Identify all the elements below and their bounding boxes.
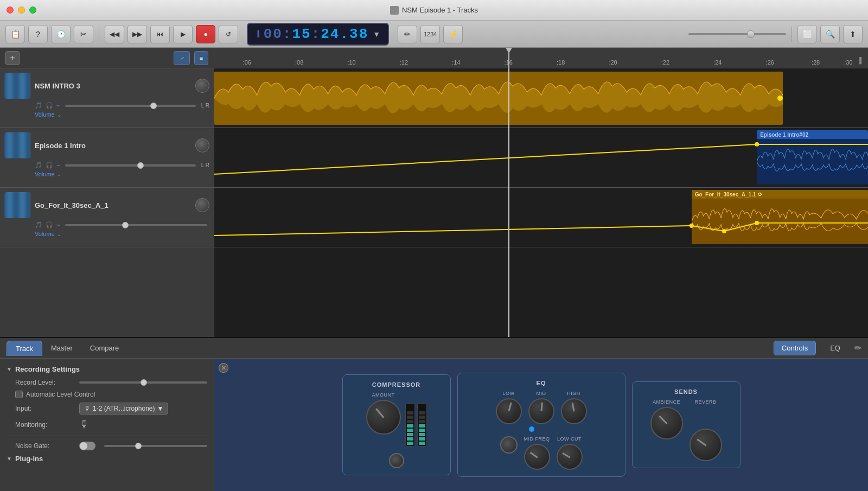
- title-label: NSM Episode 1 - Tracks: [402, 6, 478, 14]
- eq-low-jack[interactable]: [500, 436, 518, 454]
- waveform-block-1[interactable]: // Generate waveform bars: [214, 72, 783, 125]
- share-button[interactable]: ⬆: [843, 25, 863, 43]
- eq-midfreq-knob[interactable]: [524, 444, 550, 470]
- loop-button[interactable]: ↺: [219, 25, 238, 43]
- eq-mid-knob[interactable]: [528, 398, 554, 424]
- track-headphone-btn-2[interactable]: 🎧: [46, 162, 53, 169]
- collapse-icon[interactable]: ▼: [7, 366, 12, 372]
- ambience-knob[interactable]: [650, 407, 683, 439]
- vu-seg-1: [407, 411, 413, 415]
- track-fader-thumb-2[interactable]: [137, 162, 144, 169]
- noise-gate-row: Noise Gate:: [7, 442, 207, 450]
- track-knob-2[interactable]: [195, 138, 209, 152]
- record-button[interactable]: ●: [196, 25, 215, 43]
- waveform-row-2[interactable]: Episode 1 Intro#02: [214, 128, 868, 188]
- notes-button[interactable]: 📋: [5, 25, 25, 43]
- vu-seg-14: [419, 433, 425, 436]
- track-mute-btn-1[interactable]: 🎵: [35, 102, 42, 109]
- track-fader-thumb-1[interactable]: [150, 103, 157, 109]
- noise-gate-toggle[interactable]: [79, 442, 95, 450]
- add-track-button[interactable]: +: [5, 51, 20, 65]
- volume-slider[interactable]: [688, 33, 786, 35]
- close-button[interactable]: [7, 7, 14, 14]
- track-label-arrow-3[interactable]: ⌄: [57, 231, 61, 237]
- effects-panel: ✕ ✕ COMPRESSOR AMOUNT: [214, 359, 868, 491]
- track-filter-tool[interactable]: ≡: [194, 51, 208, 65]
- scissors-button[interactable]: ✂: [74, 25, 93, 43]
- rewind-button[interactable]: ◀◀: [105, 25, 124, 43]
- export-button[interactable]: ⬜: [797, 25, 817, 43]
- track-mute-btn-3[interactable]: 🎵: [35, 221, 42, 228]
- search-button[interactable]: 🔍: [820, 25, 840, 43]
- track-fader-1[interactable]: [65, 105, 195, 107]
- fast-forward-button[interactable]: ▶▶: [127, 25, 147, 43]
- track-fader-3[interactable]: [65, 224, 207, 226]
- eq-low-extras: [529, 426, 554, 432]
- track-headphone-btn-3[interactable]: 🎧: [46, 221, 53, 228]
- tab-compare[interactable]: Compare: [81, 341, 127, 355]
- play-button[interactable]: ▶: [173, 25, 193, 43]
- track-label-3[interactable]: Volume: [35, 231, 55, 237]
- record-level-thumb[interactable]: [141, 379, 147, 386]
- tab-master[interactable]: Master: [42, 341, 81, 355]
- sends-reverb-section: REVERB: [690, 399, 722, 461]
- eq-midfreq-section: MID FREQ: [524, 436, 550, 470]
- input-dropdown[interactable]: 🎙 1-2 (ATR...icrophone) ▼: [79, 403, 168, 415]
- clock-button[interactable]: 🕐: [51, 25, 71, 43]
- eq-high-knob[interactable]: [561, 398, 587, 424]
- track-label-arrow-2[interactable]: ⌄: [57, 171, 61, 177]
- sends-unit: SENDS AMBIENCE REVERB: [632, 381, 741, 468]
- track-knob-1[interactable]: [195, 79, 209, 93]
- track-automation-btn-2[interactable]: ~: [56, 162, 60, 169]
- waveform-row-1[interactable]: // Generate waveform bars: [214, 68, 868, 128]
- lower-right-tabs: Controls EQ ✏: [774, 341, 861, 355]
- track-label-row-2: Volume ⌄: [35, 171, 209, 177]
- noise-gate-slider-thumb[interactable]: [135, 443, 142, 449]
- tab-eq[interactable]: EQ: [822, 341, 848, 355]
- tab-track[interactable]: Track: [7, 341, 42, 356]
- minimize-button[interactable]: [18, 7, 25, 14]
- compressor-jack[interactable]: [389, 453, 404, 468]
- volume-thumb[interactable]: [747, 30, 755, 38]
- vu-seg-4: [407, 424, 413, 428]
- track-label-2[interactable]: Volume: [35, 171, 55, 177]
- help-button[interactable]: ?: [28, 25, 48, 43]
- tab-controls[interactable]: Controls: [774, 341, 816, 355]
- track-fader-2[interactable]: [65, 164, 195, 167]
- eq-midfreq-indicator: [529, 452, 538, 458]
- fx-close-button-right[interactable]: ✕: [219, 363, 228, 373]
- track-label-1[interactable]: Volume: [35, 111, 55, 118]
- shortcuts-button[interactable]: 1234: [420, 25, 440, 43]
- eq-lowcut-knob[interactable]: [557, 444, 583, 470]
- track-headphone-btn-1[interactable]: 🎧: [46, 102, 53, 109]
- eq-low-knob[interactable]: [496, 398, 522, 424]
- noise-gate-slider[interactable]: [104, 445, 207, 447]
- tracks-container: NSM INTRO 3 🎵 🎧 ~ L R: [0, 68, 868, 337]
- timecode-expand-icon[interactable]: ▼: [373, 30, 380, 39]
- track-label-arrow-1[interactable]: ⌄: [57, 112, 61, 118]
- waveform-row-3[interactable]: Go_For_It_30sec_A_1.1 ⟳: [214, 188, 868, 247]
- level-indicator: ▐: [857, 57, 861, 63]
- auto-level-row: Automatic Level Control: [7, 391, 207, 398]
- auto-level-checkbox[interactable]: [15, 391, 23, 398]
- track-automation-btn-1[interactable]: ~: [56, 103, 60, 109]
- maximize-button[interactable]: [29, 7, 36, 14]
- track-pencil-tool[interactable]: ⟋: [174, 51, 190, 65]
- track-mute-btn-2[interactable]: 🎵: [35, 162, 42, 169]
- compressor-knob[interactable]: [366, 400, 401, 435]
- reverb-knob[interactable]: [690, 429, 722, 461]
- track-label-row-3: Volume ⌄: [35, 231, 209, 237]
- vu-seg-5: [407, 429, 413, 432]
- monitoring-icon[interactable]: 🎙: [79, 419, 89, 430]
- track-fader-thumb-3[interactable]: [122, 222, 129, 228]
- skip-back-button[interactable]: ⏮: [150, 25, 170, 43]
- edit-icon[interactable]: ✏: [854, 343, 861, 353]
- input-value: 1-2 (ATR...icrophone): [93, 405, 155, 412]
- eq-unit: EQ LOW MID: [457, 373, 626, 477]
- metronome-button[interactable]: ⚡: [443, 25, 463, 43]
- plugins-collapse-icon[interactable]: ▼: [7, 456, 12, 462]
- record-level-slider[interactable]: [79, 381, 207, 384]
- track-automation-btn-3[interactable]: ~: [56, 222, 60, 228]
- pencil-button[interactable]: ✏: [398, 25, 417, 43]
- track-knob-3[interactable]: [195, 198, 209, 212]
